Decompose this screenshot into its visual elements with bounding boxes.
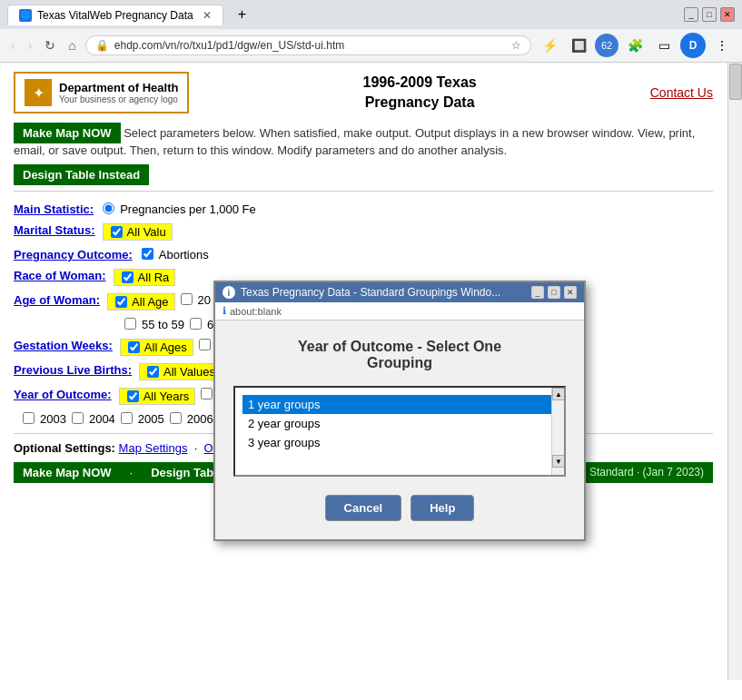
race-badge: All Ra xyxy=(114,269,176,286)
grouping-select-list: 1 year groups 2 year groups 3 year group… xyxy=(239,391,560,471)
help-button[interactable]: Help xyxy=(411,495,474,521)
address-bar: ‹ › ↻ ⌂ 🔒 ehdp.com/vn/ro/txu1/pd1/dgw/en… xyxy=(0,29,742,62)
age-60-99-checkbox[interactable] xyxy=(190,318,202,330)
dept-logo: ✦ Department of Health Your business or … xyxy=(14,72,189,113)
scroll-thumb[interactable] xyxy=(729,64,742,100)
modal-titlebar: i Texas Pregnancy Data - Standard Groupi… xyxy=(215,282,584,302)
map-settings-link[interactable]: Map Settings xyxy=(119,441,188,455)
pregnancy-outcome-checkbox[interactable] xyxy=(142,248,153,260)
browser-chrome: 🌐 Texas VitalWeb Pregnancy Data ✕ + _ □ … xyxy=(0,0,742,63)
modal-minimize-btn[interactable]: _ xyxy=(531,286,544,299)
tab-close[interactable]: ✕ xyxy=(203,9,212,22)
scroll-track xyxy=(552,400,564,455)
age-label[interactable]: Age of Woman: xyxy=(14,293,100,307)
year-outcome-label[interactable]: Year of Outcome: xyxy=(14,388,112,401)
maximize-button[interactable]: □ xyxy=(702,7,717,22)
pregnancy-outcome-row: Pregnancy Outcome: Abortions xyxy=(14,244,713,265)
gestation-badge: All Ages xyxy=(120,339,193,356)
yr-2003[interactable] xyxy=(23,412,35,424)
cancel-button[interactable]: Cancel xyxy=(325,495,402,521)
design-table-button[interactable]: Design Table Instead xyxy=(14,164,149,185)
profile-button[interactable]: D xyxy=(680,33,706,58)
race-label[interactable]: Race of Woman: xyxy=(14,269,106,282)
year-outcome-badge: All Years xyxy=(119,388,196,405)
age-55-59-label: 55 to 59 xyxy=(142,318,184,331)
yr-1996[interactable] xyxy=(201,388,213,399)
make-map-button[interactable]: Make Map NOW xyxy=(14,123,121,143)
ext2-button[interactable]: 🔲 xyxy=(566,33,591,58)
gest-0-36-checkbox[interactable] xyxy=(199,339,211,350)
forward-button[interactable]: › xyxy=(25,36,36,54)
main-stat-radio[interactable] xyxy=(103,202,114,214)
marital-all-checkbox[interactable] xyxy=(111,226,123,238)
page-title: 1996-2009 Texas Pregnancy Data xyxy=(363,73,477,113)
yr-2005[interactable] xyxy=(121,412,133,424)
addr-icons: ☆ xyxy=(511,39,521,52)
dept-name: Department of Health xyxy=(59,81,178,94)
age-20-24-checkbox[interactable] xyxy=(181,293,193,305)
home-button[interactable]: ⌂ xyxy=(64,36,79,54)
grouping-select-container: 1 year groups 2 year groups 3 year group… xyxy=(233,386,566,477)
separator1 xyxy=(14,191,713,192)
modal-maximize-btn[interactable]: □ xyxy=(548,286,560,299)
prev-births-badge: All Values xyxy=(139,363,222,380)
select-item-2year[interactable]: 2 year groups xyxy=(242,414,557,433)
age-all-checkbox[interactable] xyxy=(115,296,127,308)
marital-status-row: Marital Status: All Valu xyxy=(14,220,713,244)
scroll-down-btn[interactable]: ▼ xyxy=(552,455,565,468)
url-bar[interactable]: 🔒 ehdp.com/vn/ro/txu1/pd1/dgw/en_US/std-… xyxy=(85,35,531,55)
tab-icon: 🌐 xyxy=(19,9,32,22)
yr-2004[interactable] xyxy=(72,412,84,424)
page-header: ✦ Department of Health Your business or … xyxy=(14,72,713,113)
prev-births-all-checkbox[interactable] xyxy=(147,366,159,378)
sidebar-button[interactable]: ▭ xyxy=(651,33,677,58)
gestation-label[interactable]: Gestation Weeks: xyxy=(14,339,113,352)
close-button[interactable]: ✕ xyxy=(720,7,735,22)
url-text: ehdp.com/vn/ro/txu1/pd1/dgw/en_US/std-ui… xyxy=(114,39,506,52)
main-stat-value: Pregnancies per 1,000 Fe xyxy=(120,202,256,216)
minimize-button[interactable]: _ xyxy=(684,7,698,22)
window-controls: _ □ ✕ xyxy=(684,7,735,22)
modal-title-left: i Texas Pregnancy Data - Standard Groupi… xyxy=(223,286,500,299)
design-table-row: Design Table Instead xyxy=(14,164,713,185)
reload-button[interactable]: ↻ xyxy=(41,36,59,54)
back-button[interactable]: ‹ xyxy=(7,36,19,54)
new-tab-button[interactable]: + xyxy=(231,3,253,26)
yr-2006[interactable] xyxy=(170,412,182,424)
ext3-button[interactable]: 62 xyxy=(595,34,618,57)
main-statistic-label[interactable]: Main Statistic: xyxy=(14,202,94,216)
modal-title-text: Texas Pregnancy Data - Standard Grouping… xyxy=(241,286,500,299)
age-55-59-checkbox[interactable] xyxy=(124,318,136,330)
pregnancy-outcome-value: Abortions xyxy=(159,248,209,261)
marital-status-badge: All Valu xyxy=(103,223,173,241)
dept-logo-icon: ✦ xyxy=(25,79,52,106)
modal-close-btn[interactable]: ✕ xyxy=(564,286,577,299)
optional-settings-label: Optional Settings: xyxy=(14,441,115,455)
race-all-checkbox[interactable] xyxy=(122,271,134,283)
modal-address-text: about:blank xyxy=(230,306,282,317)
marital-status-label[interactable]: Marital Status: xyxy=(14,223,95,237)
gestation-all-checkbox[interactable] xyxy=(128,341,140,353)
contact-us-link[interactable]: Contact Us xyxy=(650,85,713,100)
select-item-1year[interactable]: 1 year groups xyxy=(242,395,557,414)
year-all-checkbox[interactable] xyxy=(127,390,139,402)
tab-title: Texas VitalWeb Pregnancy Data xyxy=(37,9,193,22)
extensions-button[interactable]: ⚡ xyxy=(537,33,562,58)
puzzle-button[interactable]: 🧩 xyxy=(622,33,648,58)
select-scrollbar[interactable]: ▲ ▼ xyxy=(551,388,564,475)
modal-controls: _ □ ✕ xyxy=(531,286,577,299)
dept-subtitle: Your business or agency logo xyxy=(59,94,178,104)
menu-button[interactable]: ⋮ xyxy=(709,33,735,58)
prev-births-label[interactable]: Previous Live Births: xyxy=(14,363,132,377)
main-statistic-row: Main Statistic: Pregnancies per 1,000 Fe xyxy=(14,199,713,220)
browser-tab[interactable]: 🌐 Texas VitalWeb Pregnancy Data ✕ xyxy=(7,5,223,25)
modal-address-bar: ℹ about:blank xyxy=(215,302,584,320)
age-badge: All Age xyxy=(107,293,174,311)
scrollbar[interactable] xyxy=(727,63,742,680)
pregnancy-outcome-label[interactable]: Pregnancy Outcome: xyxy=(14,248,133,261)
ext-icons: ⚡ 🔲 62 🧩 ▭ D ⋮ xyxy=(537,33,735,58)
bottom-make-map-button[interactable]: Make Map NOW xyxy=(23,466,112,479)
scroll-up-btn[interactable]: ▲ xyxy=(552,388,565,400)
select-item-3year[interactable]: 3 year groups xyxy=(242,433,557,452)
modal-info-circle: ℹ xyxy=(223,305,226,317)
